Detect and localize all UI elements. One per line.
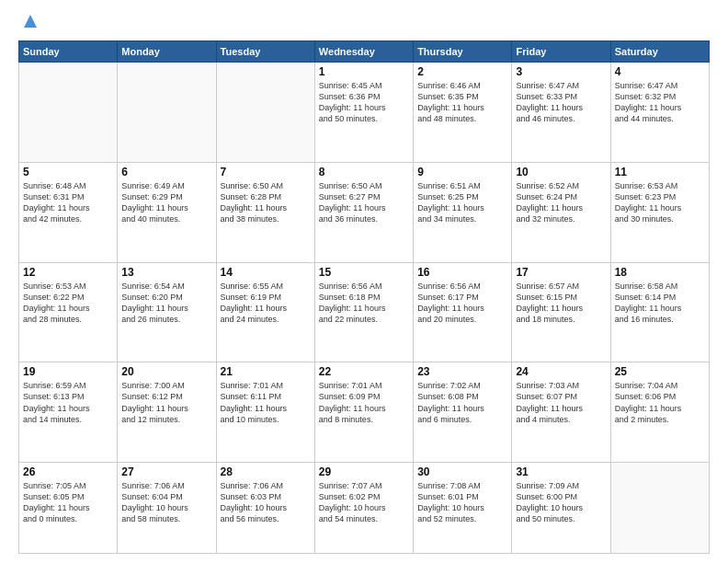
day-number: 14 bbox=[221, 266, 311, 279]
weekday-header-wednesday: Wednesday bbox=[314, 41, 413, 63]
day-info: Sunrise: 6:54 AM Sunset: 6:20 PM Dayligh… bbox=[121, 281, 211, 326]
day-number: 7 bbox=[221, 166, 311, 178]
day-number: 30 bbox=[417, 465, 507, 478]
day-info: Sunrise: 7:06 AM Sunset: 6:03 PM Dayligh… bbox=[221, 480, 311, 525]
day-info: Sunrise: 6:56 AM Sunset: 6:18 PM Dayligh… bbox=[319, 281, 409, 326]
day-number: 3 bbox=[516, 65, 606, 78]
day-number: 31 bbox=[516, 465, 606, 478]
day-info: Sunrise: 6:58 AM Sunset: 6:14 PM Dayligh… bbox=[615, 281, 705, 326]
day-info: Sunrise: 6:53 AM Sunset: 6:22 PM Dayligh… bbox=[23, 281, 113, 326]
day-info: Sunrise: 7:01 AM Sunset: 6:09 PM Dayligh… bbox=[319, 380, 409, 425]
day-number: 28 bbox=[221, 465, 311, 478]
day-number: 20 bbox=[121, 365, 211, 378]
day-number: 27 bbox=[121, 465, 211, 478]
calendar-cell: 30Sunrise: 7:08 AM Sunset: 6:01 PM Dayli… bbox=[414, 463, 512, 554]
day-number: 26 bbox=[23, 465, 113, 478]
day-number: 15 bbox=[319, 266, 409, 279]
day-number: 21 bbox=[221, 365, 311, 378]
calendar-cell: 27Sunrise: 7:06 AM Sunset: 6:04 PM Dayli… bbox=[118, 463, 216, 554]
weekday-header-thursday: Thursday bbox=[414, 41, 512, 63]
day-number: 19 bbox=[23, 365, 113, 378]
calendar-cell: 14Sunrise: 6:55 AM Sunset: 6:19 PM Dayli… bbox=[216, 262, 314, 362]
calendar-cell bbox=[118, 63, 216, 163]
day-info: Sunrise: 6:49 AM Sunset: 6:29 PM Dayligh… bbox=[121, 180, 211, 225]
day-info: Sunrise: 6:46 AM Sunset: 6:35 PM Dayligh… bbox=[417, 80, 507, 125]
day-info: Sunrise: 6:52 AM Sunset: 6:24 PM Dayligh… bbox=[516, 180, 606, 225]
day-info: Sunrise: 7:09 AM Sunset: 6:00 PM Dayligh… bbox=[516, 480, 606, 525]
calendar-cell: 9Sunrise: 6:51 AM Sunset: 6:25 PM Daylig… bbox=[414, 162, 512, 262]
day-number: 10 bbox=[516, 166, 606, 178]
day-info: Sunrise: 7:06 AM Sunset: 6:04 PM Dayligh… bbox=[121, 480, 211, 525]
calendar-cell: 17Sunrise: 6:57 AM Sunset: 6:15 PM Dayli… bbox=[512, 262, 610, 362]
calendar-cell: 15Sunrise: 6:56 AM Sunset: 6:18 PM Dayli… bbox=[314, 262, 413, 362]
weekday-header-sunday: Sunday bbox=[19, 41, 118, 63]
logo bbox=[18, 15, 40, 31]
day-number: 17 bbox=[516, 266, 606, 279]
day-number: 13 bbox=[121, 266, 211, 279]
day-info: Sunrise: 7:04 AM Sunset: 6:06 PM Dayligh… bbox=[615, 380, 705, 425]
calendar-cell: 26Sunrise: 7:05 AM Sunset: 6:05 PM Dayli… bbox=[19, 463, 118, 554]
calendar-cell: 6Sunrise: 6:49 AM Sunset: 6:29 PM Daylig… bbox=[118, 162, 216, 262]
day-info: Sunrise: 6:55 AM Sunset: 6:19 PM Dayligh… bbox=[221, 281, 311, 326]
calendar-week-1: 1Sunrise: 6:45 AM Sunset: 6:36 PM Daylig… bbox=[19, 63, 710, 163]
day-info: Sunrise: 7:00 AM Sunset: 6:12 PM Dayligh… bbox=[121, 380, 211, 425]
day-number: 24 bbox=[516, 365, 606, 378]
calendar-cell: 12Sunrise: 6:53 AM Sunset: 6:22 PM Dayli… bbox=[19, 262, 118, 362]
day-number: 2 bbox=[417, 65, 507, 78]
weekday-header-row: SundayMondayTuesdayWednesdayThursdayFrid… bbox=[19, 41, 710, 63]
calendar-cell: 16Sunrise: 6:56 AM Sunset: 6:17 PM Dayli… bbox=[414, 262, 512, 362]
calendar-week-2: 5Sunrise: 6:48 AM Sunset: 6:31 PM Daylig… bbox=[19, 162, 710, 262]
calendar-cell: 10Sunrise: 6:52 AM Sunset: 6:24 PM Dayli… bbox=[512, 162, 610, 262]
calendar-cell: 7Sunrise: 6:50 AM Sunset: 6:28 PM Daylig… bbox=[216, 162, 314, 262]
day-number: 5 bbox=[23, 166, 113, 178]
calendar-cell: 1Sunrise: 6:45 AM Sunset: 6:36 PM Daylig… bbox=[314, 63, 413, 163]
weekday-header-monday: Monday bbox=[118, 41, 216, 63]
day-info: Sunrise: 6:59 AM Sunset: 6:13 PM Dayligh… bbox=[23, 380, 113, 425]
calendar-cell: 11Sunrise: 6:53 AM Sunset: 6:23 PM Dayli… bbox=[610, 162, 709, 262]
day-info: Sunrise: 6:50 AM Sunset: 6:27 PM Dayligh… bbox=[319, 180, 409, 225]
calendar-cell: 4Sunrise: 6:47 AM Sunset: 6:32 PM Daylig… bbox=[610, 63, 709, 163]
calendar-cell: 28Sunrise: 7:06 AM Sunset: 6:03 PM Dayli… bbox=[216, 463, 314, 554]
calendar-cell bbox=[19, 63, 118, 163]
day-number: 18 bbox=[615, 266, 705, 279]
day-number: 12 bbox=[23, 266, 113, 279]
calendar-cell: 19Sunrise: 6:59 AM Sunset: 6:13 PM Dayli… bbox=[19, 362, 118, 463]
calendar-cell: 29Sunrise: 7:07 AM Sunset: 6:02 PM Dayli… bbox=[314, 463, 413, 554]
weekday-header-tuesday: Tuesday bbox=[216, 41, 314, 63]
day-info: Sunrise: 6:53 AM Sunset: 6:23 PM Dayligh… bbox=[615, 180, 705, 225]
day-info: Sunrise: 6:56 AM Sunset: 6:17 PM Dayligh… bbox=[417, 281, 507, 326]
calendar-week-5: 26Sunrise: 7:05 AM Sunset: 6:05 PM Dayli… bbox=[19, 463, 710, 554]
day-info: Sunrise: 6:48 AM Sunset: 6:31 PM Dayligh… bbox=[23, 180, 113, 225]
calendar-cell: 2Sunrise: 6:46 AM Sunset: 6:35 PM Daylig… bbox=[414, 63, 512, 163]
day-info: Sunrise: 7:02 AM Sunset: 6:08 PM Dayligh… bbox=[417, 380, 507, 425]
logo-icon bbox=[20, 11, 40, 31]
calendar-cell: 25Sunrise: 7:04 AM Sunset: 6:06 PM Dayli… bbox=[610, 362, 709, 463]
day-info: Sunrise: 6:50 AM Sunset: 6:28 PM Dayligh… bbox=[221, 180, 311, 225]
day-info: Sunrise: 6:51 AM Sunset: 6:25 PM Dayligh… bbox=[417, 180, 507, 225]
day-info: Sunrise: 7:07 AM Sunset: 6:02 PM Dayligh… bbox=[319, 480, 409, 525]
day-info: Sunrise: 7:08 AM Sunset: 6:01 PM Dayligh… bbox=[417, 480, 507, 525]
day-number: 1 bbox=[319, 65, 409, 78]
day-number: 29 bbox=[319, 465, 409, 478]
svg-marker-0 bbox=[24, 15, 37, 28]
day-number: 25 bbox=[615, 365, 705, 378]
day-info: Sunrise: 7:05 AM Sunset: 6:05 PM Dayligh… bbox=[23, 480, 113, 525]
day-number: 8 bbox=[319, 166, 409, 178]
calendar-cell: 8Sunrise: 6:50 AM Sunset: 6:27 PM Daylig… bbox=[314, 162, 413, 262]
day-number: 22 bbox=[319, 365, 409, 378]
calendar-cell: 24Sunrise: 7:03 AM Sunset: 6:07 PM Dayli… bbox=[512, 362, 610, 463]
day-number: 16 bbox=[417, 266, 507, 279]
day-number: 4 bbox=[615, 65, 705, 78]
day-number: 11 bbox=[615, 166, 705, 178]
day-info: Sunrise: 7:03 AM Sunset: 6:07 PM Dayligh… bbox=[516, 380, 606, 425]
day-number: 23 bbox=[417, 365, 507, 378]
calendar-cell: 22Sunrise: 7:01 AM Sunset: 6:09 PM Dayli… bbox=[314, 362, 413, 463]
page: SundayMondayTuesdayWednesdayThursdayFrid… bbox=[0, 0, 728, 563]
calendar-week-3: 12Sunrise: 6:53 AM Sunset: 6:22 PM Dayli… bbox=[19, 262, 710, 362]
calendar-cell: 13Sunrise: 6:54 AM Sunset: 6:20 PM Dayli… bbox=[118, 262, 216, 362]
day-number: 6 bbox=[121, 166, 211, 178]
calendar-table: SundayMondayTuesdayWednesdayThursdayFrid… bbox=[18, 40, 710, 554]
calendar-cell: 21Sunrise: 7:01 AM Sunset: 6:11 PM Dayli… bbox=[216, 362, 314, 463]
calendar-cell: 18Sunrise: 6:58 AM Sunset: 6:14 PM Dayli… bbox=[610, 262, 709, 362]
header bbox=[18, 15, 710, 31]
